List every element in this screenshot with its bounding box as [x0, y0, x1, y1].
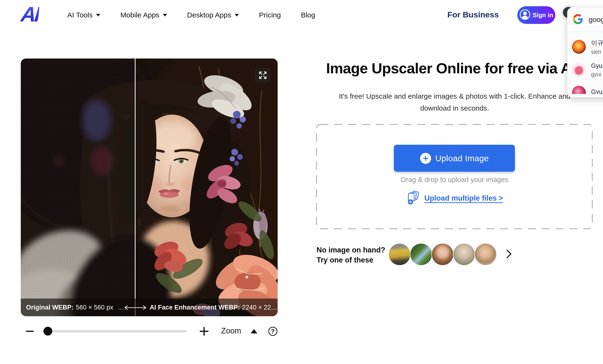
- zoom-label: Zoom: [221, 326, 241, 335]
- sign-in-label: Sign in: [533, 12, 553, 19]
- avatar: [572, 86, 586, 94]
- original-label: Original WEBP: 560 × 560 px …: [26, 299, 124, 316]
- comparison-viewer: Original WEBP: 560 × 560 px … AI Face En…: [21, 59, 278, 316]
- nav-item-label: Blog: [301, 11, 315, 19]
- samples-prompt-line1: No image on hand?: [316, 245, 385, 255]
- page-title: Image Upscaler Online for free via AI: [326, 60, 575, 77]
- account-name: 이규: [591, 39, 603, 47]
- fullscreen-button[interactable]: [255, 67, 271, 83]
- brand-logo[interactable]: AI: [20, 3, 40, 25]
- sample-thumb-family-photo[interactable]: [453, 243, 475, 266]
- original-label-ellipsis: …: [117, 304, 124, 311]
- original-label-title: Original WEBP:: [26, 304, 74, 311]
- account-name: Gyu: [591, 88, 603, 94]
- nav-item-ai-tools[interactable]: AI Tools: [67, 11, 100, 19]
- google-account-option[interactable]: Gyu: [567, 81, 603, 94]
- nav-item-label: Pricing: [259, 11, 281, 19]
- account-name: Gyu: [591, 62, 603, 70]
- samples-prompt-line2: Try one of these: [316, 255, 385, 265]
- nav-item-label: Mobile Apps: [120, 11, 159, 19]
- nav-item-blog[interactable]: Blog: [301, 11, 315, 19]
- enhanced-label: AI Face Enhancement WEBP: 2240 × 22…: [150, 299, 277, 316]
- sample-thumb-illustrated-girl[interactable]: [431, 243, 454, 266]
- for-business-link[interactable]: For Business: [447, 10, 499, 19]
- account-email: sien: [591, 49, 603, 55]
- sample-thumbnails: [388, 243, 496, 266]
- google-popup-header: goog: [567, 7, 603, 32]
- avatar: [572, 40, 586, 54]
- slider-drag-arrow-icon[interactable]: [124, 305, 147, 310]
- brand-logo-text: AI: [20, 2, 40, 26]
- account-email: gyui: [591, 71, 603, 78]
- expand-icon: [258, 70, 268, 80]
- upload-image-button[interactable]: Upload Image: [394, 145, 515, 172]
- enhanced-label-size: 2240 × 22…: [242, 304, 277, 311]
- sign-in-button[interactable]: Sign in: [517, 6, 555, 24]
- top-navbar: AI AI Tools Mobile Apps Desktop Apps: [0, 0, 603, 30]
- samples-next-chevron-icon[interactable]: [506, 249, 512, 259]
- sample-thumb-forest-road[interactable]: [410, 243, 432, 266]
- upload-multiple-row: Upload multiple files >: [316, 190, 593, 206]
- divider: [567, 94, 603, 94]
- nav-item-desktop-apps[interactable]: Desktop Apps: [187, 11, 239, 19]
- chevron-up-icon[interactable]: [251, 329, 257, 334]
- chevron-down-icon: [96, 14, 100, 16]
- google-account-list: 이규 sien Gyu gyui Gyu: [567, 32, 603, 94]
- zoom-in-button[interactable]: [199, 326, 209, 338]
- nav-item-label: AI Tools: [67, 11, 93, 19]
- nav-item-label: Desktop Apps: [187, 11, 231, 19]
- sample-thumb-yellow-van[interactable]: [388, 243, 411, 266]
- google-account-popup: goog 이규 sien Gyu gyui Gyu: [567, 7, 603, 97]
- user-circle-icon: [520, 9, 530, 21]
- avatar: [572, 63, 586, 77]
- comparison-label-bar: Original WEBP: 560 × 560 px … AI Face En…: [21, 299, 278, 316]
- original-label-size: 560 × 560 px: [76, 304, 113, 311]
- zoom-slider-knob[interactable]: [44, 327, 52, 336]
- nav-item-mobile-apps[interactable]: Mobile Apps: [120, 11, 167, 19]
- google-account-option[interactable]: Gyu gyui: [567, 58, 603, 81]
- comparison-image: [21, 59, 278, 316]
- chevron-down-icon: [163, 14, 167, 16]
- google-logo-icon: [573, 14, 583, 25]
- zoom-out-button[interactable]: [24, 326, 35, 338]
- enhanced-label-title: AI Face Enhancement WEBP:: [150, 304, 240, 311]
- nav-item-pricing[interactable]: Pricing: [259, 11, 281, 19]
- samples-prompt: No image on hand? Try one of these: [316, 245, 385, 265]
- sample-thumb-smiling-woman[interactable]: [474, 243, 497, 266]
- page-subtitle-line1: It's free! Upscale and enlarge images & …: [316, 92, 593, 100]
- main-nav: AI Tools Mobile Apps Desktop Apps Pricin…: [67, 0, 315, 30]
- page-subtitle-line2: download in seconds.: [316, 104, 593, 112]
- plus-icon: [420, 153, 431, 164]
- chevron-down-icon: [235, 14, 239, 16]
- help-button[interactable]: ?: [268, 327, 277, 336]
- page: AI AI Tools Mobile Apps Desktop Apps: [0, 0, 603, 364]
- multiple-files-icon: [406, 190, 421, 206]
- zoom-slider-track[interactable]: [43, 330, 187, 332]
- google-account-option[interactable]: 이규 sien: [567, 35, 603, 58]
- upload-multiple-files-link[interactable]: Upload multiple files >: [424, 194, 503, 202]
- google-popup-domain: goog: [589, 15, 603, 24]
- drag-drop-hint: Drag & drop to upload your images: [316, 176, 593, 184]
- upload-button-label: Upload Image: [435, 153, 489, 163]
